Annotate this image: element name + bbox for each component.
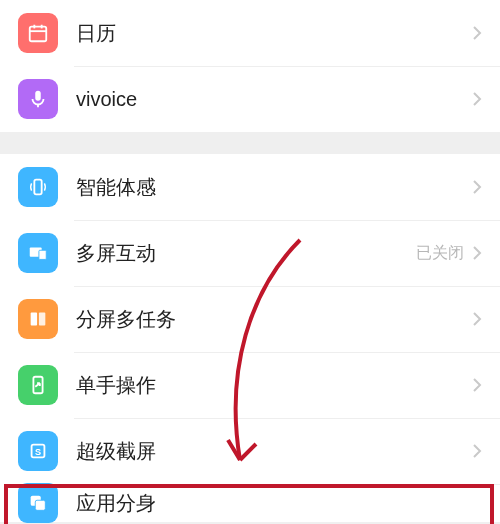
row-label: 超级截屏 (76, 438, 472, 465)
settings-group-2: 智能体感 多屏互动 已关闭 分屏多任务 单手操作 S (0, 154, 500, 522)
chevron-right-icon (472, 377, 482, 393)
settings-row-multiscreen[interactable]: 多屏互动 已关闭 (0, 220, 500, 286)
row-label: vivoice (76, 88, 472, 111)
row-label: 单手操作 (76, 372, 472, 399)
chevron-right-icon (472, 443, 482, 459)
mic-icon (18, 79, 58, 119)
svg-rect-9 (31, 313, 37, 326)
svg-rect-6 (34, 180, 41, 195)
row-label: 多屏互动 (76, 240, 416, 267)
onehand-icon (18, 365, 58, 405)
settings-row-splitscreen[interactable]: 分屏多任务 (0, 286, 500, 352)
chevron-right-icon (472, 25, 482, 41)
appclone-icon (18, 483, 58, 523)
settings-row-screenshot[interactable]: S 超级截屏 (0, 418, 500, 484)
chevron-right-icon (472, 91, 482, 107)
row-status: 已关闭 (416, 243, 464, 264)
settings-row-motion[interactable]: 智能体感 (0, 154, 500, 220)
svg-rect-15 (35, 500, 45, 510)
svg-text:S: S (35, 447, 41, 457)
settings-row-appclone[interactable]: 应用分身 (0, 484, 500, 522)
section-gap (0, 132, 500, 154)
row-label: 日历 (76, 20, 472, 47)
chevron-right-icon (472, 245, 482, 261)
settings-row-vivoice[interactable]: vivoice (0, 66, 500, 132)
svg-rect-10 (39, 313, 45, 326)
svg-rect-0 (30, 27, 47, 42)
phone-motion-icon (18, 167, 58, 207)
calendar-icon (18, 13, 58, 53)
settings-group-1: 日历 vivoice (0, 0, 500, 132)
svg-rect-8 (39, 250, 46, 259)
row-label: 应用分身 (76, 490, 482, 517)
svg-rect-4 (35, 91, 41, 101)
screenshot-icon: S (18, 431, 58, 471)
row-label: 智能体感 (76, 174, 472, 201)
settings-row-onehand[interactable]: 单手操作 (0, 352, 500, 418)
settings-row-calendar[interactable]: 日历 (0, 0, 500, 66)
chevron-right-icon (472, 311, 482, 327)
multiscreen-icon (18, 233, 58, 273)
row-label: 分屏多任务 (76, 306, 472, 333)
splitscreen-icon (18, 299, 58, 339)
chevron-right-icon (472, 179, 482, 195)
